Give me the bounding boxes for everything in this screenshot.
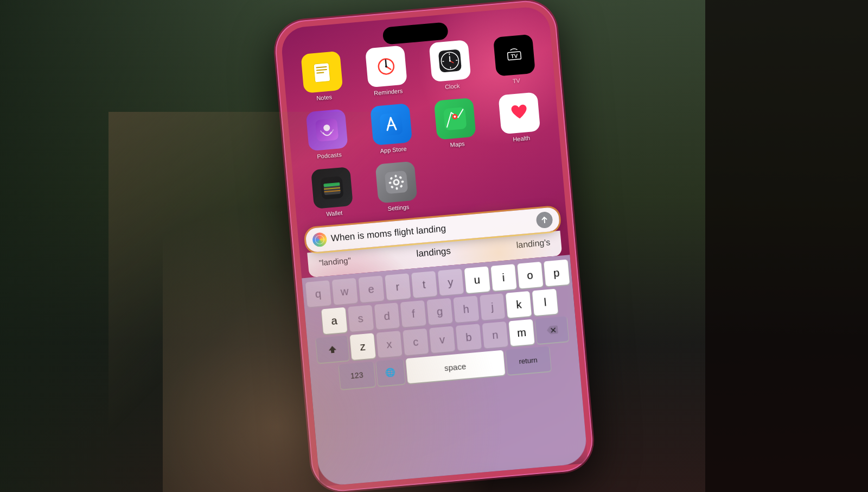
- key-h[interactable]: h: [453, 295, 479, 323]
- svg-text:TV: TV: [510, 53, 518, 59]
- key-a[interactable]: a: [321, 307, 347, 335]
- key-return[interactable]: return: [506, 346, 551, 375]
- key-o[interactable]: o: [517, 262, 543, 289]
- siri-icon: [312, 232, 327, 247]
- key-i[interactable]: i: [490, 264, 516, 291]
- suggestion-main[interactable]: landings: [416, 245, 451, 259]
- key-n[interactable]: n: [482, 321, 508, 349]
- key-b[interactable]: b: [456, 324, 482, 351]
- app-item-settings[interactable]: Settings: [367, 160, 426, 213]
- app-item-tv[interactable]: TV TV: [486, 34, 544, 86]
- key-shift[interactable]: [316, 336, 349, 363]
- tv-label: TV: [512, 77, 520, 84]
- key-r[interactable]: r: [385, 273, 411, 300]
- clock-icon: [429, 40, 471, 82]
- key-e[interactable]: e: [358, 276, 384, 303]
- notes-label: Notes: [316, 93, 333, 101]
- app-item-appstore[interactable]: App Store: [362, 103, 421, 155]
- appstore-icon: [370, 103, 412, 146]
- maps-label: Maps: [450, 140, 465, 148]
- app-item-wallet[interactable]: Wallet: [303, 166, 362, 219]
- podcasts-icon: [306, 109, 348, 151]
- svg-line-26: [388, 125, 394, 126]
- delete-icon: [546, 325, 558, 336]
- search-query: When is moms flight landing: [330, 223, 446, 243]
- emoji-icon: 🌐: [385, 367, 395, 378]
- suggestion-quoted[interactable]: "landing": [318, 255, 351, 267]
- svg-rect-23: [379, 112, 403, 136]
- clock-label: Clock: [445, 83, 460, 90]
- key-u[interactable]: u: [464, 267, 490, 294]
- key-q[interactable]: q: [305, 280, 331, 307]
- key-g[interactable]: g: [427, 298, 453, 325]
- suggestion-alt[interactable]: landing's: [516, 237, 551, 250]
- key-v[interactable]: v: [429, 326, 455, 354]
- maps-icon: [434, 98, 476, 140]
- key-l[interactable]: l: [532, 289, 558, 316]
- key-y[interactable]: y: [437, 269, 463, 296]
- phone-screen: Notes Reminders: [280, 5, 588, 487]
- settings-label: Settings: [387, 204, 410, 212]
- phone-frame: Notes Reminders: [273, 0, 595, 492]
- key-p[interactable]: p: [544, 260, 570, 287]
- search-submit-button[interactable]: [535, 211, 553, 229]
- key-t[interactable]: t: [411, 271, 437, 298]
- app-item-notes[interactable]: Notes: [293, 51, 352, 103]
- appstore-label: App Store: [380, 146, 407, 154]
- podcasts-label: Podcasts: [317, 151, 342, 160]
- keyboard: q w e r t y u i o p a s d f: [302, 255, 588, 487]
- key-space[interactable]: space: [405, 350, 505, 384]
- settings-icon: [375, 161, 417, 204]
- key-s[interactable]: s: [348, 305, 374, 332]
- key-k[interactable]: k: [506, 291, 532, 318]
- app-item-maps[interactable]: Maps: [426, 97, 485, 149]
- return-label: return: [519, 356, 538, 365]
- health-icon: [498, 92, 540, 134]
- app-item-health[interactable]: Health: [490, 91, 549, 144]
- key-c[interactable]: c: [403, 329, 429, 356]
- notes-icon: [301, 51, 343, 93]
- reminders-icon: [365, 45, 407, 87]
- key-d[interactable]: d: [374, 302, 400, 330]
- app-item-reminders[interactable]: Reminders: [357, 45, 416, 97]
- key-numbers[interactable]: 123: [339, 362, 375, 389]
- tv-icon: TV: [493, 34, 535, 77]
- space-label: space: [444, 361, 466, 372]
- key-j[interactable]: j: [480, 293, 506, 320]
- key-delete[interactable]: [535, 316, 569, 344]
- app-item-podcasts[interactable]: Podcasts: [298, 108, 357, 161]
- wallet-icon: [311, 167, 353, 209]
- svg-point-47: [315, 235, 324, 244]
- key-x[interactable]: x: [376, 331, 403, 358]
- key-z[interactable]: z: [350, 333, 376, 360]
- key-m[interactable]: m: [509, 319, 535, 346]
- shift-icon: [327, 343, 339, 355]
- phone-wrapper: Notes Reminders: [273, 0, 595, 492]
- app-item-clock[interactable]: Clock: [421, 39, 480, 92]
- key-f[interactable]: f: [400, 300, 426, 327]
- numbers-label: 123: [350, 370, 363, 380]
- wallet-label: Wallet: [326, 209, 343, 217]
- key-emoji[interactable]: 🌐: [376, 359, 405, 386]
- reminders-label: Reminders: [374, 87, 403, 97]
- key-w[interactable]: w: [331, 278, 358, 305]
- health-label: Health: [513, 135, 531, 143]
